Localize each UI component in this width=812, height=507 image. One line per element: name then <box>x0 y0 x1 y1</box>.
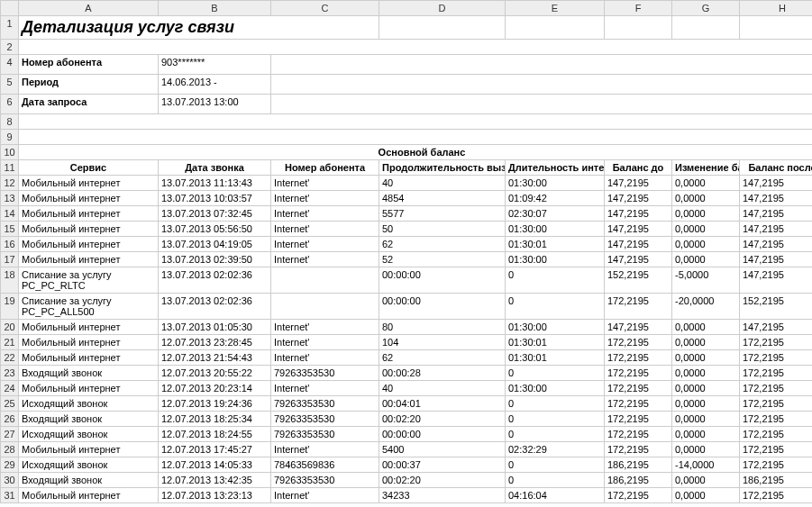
cell[interactable]: Списание за услугу PC_PC_ALL500 <box>19 294 159 320</box>
col-service[interactable]: Сервис <box>19 160 159 176</box>
row-header[interactable]: 21 <box>1 335 19 350</box>
cell[interactable]: 0,0000 <box>672 237 740 252</box>
cell[interactable]: 00:00:00 <box>379 267 506 294</box>
cell[interactable]: 172,2195 <box>740 335 813 350</box>
cell[interactable]: Internet' <box>271 335 379 350</box>
cell[interactable]: 12.07.2013 13:23:13 <box>159 488 271 503</box>
row-header[interactable]: 22 <box>1 350 19 366</box>
cell[interactable]: 172,2195 <box>605 488 672 503</box>
cell[interactable]: 0,0000 <box>672 252 740 267</box>
cell[interactable]: Мобильный интернет <box>19 350 159 366</box>
cell[interactable]: Мобильный интернет <box>19 335 159 350</box>
row-header[interactable]: 4 <box>1 55 19 75</box>
cell[interactable]: 04:16:04 <box>506 488 605 503</box>
cell[interactable] <box>271 294 379 320</box>
row-header[interactable]: 1 <box>1 16 19 40</box>
row-header[interactable]: 30 <box>1 473 19 488</box>
cell[interactable]: 0,0000 <box>672 381 740 396</box>
cell[interactable]: 0,0000 <box>672 442 740 457</box>
spreadsheet[interactable]: A B C D E F G H 1 Детализация услуг связ… <box>0 0 812 503</box>
row-header[interactable]: 12 <box>1 176 19 191</box>
cell[interactable]: 00:02:20 <box>379 473 506 488</box>
cell[interactable]: 0 <box>506 473 605 488</box>
col-header[interactable]: A <box>19 1 159 16</box>
row-header[interactable]: 24 <box>1 381 19 396</box>
cell[interactable]: 01:09:42 <box>506 191 605 206</box>
cell[interactable]: 0,0000 <box>672 191 740 206</box>
cell[interactable]: 0 <box>506 294 605 320</box>
cell[interactable]: Internet' <box>271 176 379 191</box>
row-header[interactable]: 29 <box>1 457 19 473</box>
cell[interactable]: 172,2195 <box>740 488 813 503</box>
row-header[interactable]: 14 <box>1 206 19 222</box>
col-header[interactable]: E <box>506 1 605 16</box>
cell[interactable]: 147,2195 <box>605 320 672 335</box>
cell[interactable]: 0,0000 <box>672 412 740 427</box>
cell[interactable]: 01:30:00 <box>506 320 605 335</box>
row-header[interactable]: 8 <box>1 114 19 130</box>
cell[interactable]: Входящий звонок <box>19 473 159 488</box>
cell[interactable]: 12.07.2013 18:25:34 <box>159 412 271 427</box>
cell[interactable]: 79263353530 <box>271 366 379 381</box>
cell[interactable]: 147,2195 <box>740 191 813 206</box>
cell[interactable]: 5577 <box>379 206 506 222</box>
cell[interactable]: 01:30:01 <box>506 237 605 252</box>
cell[interactable]: 172,2195 <box>605 427 672 442</box>
cell[interactable]: Мобильный интернет <box>19 442 159 457</box>
cell[interactable]: 5400 <box>379 442 506 457</box>
subscriber-label[interactable]: Номер абонента <box>19 55 159 75</box>
cell[interactable]: 13.07.2013 10:03:57 <box>159 191 271 206</box>
cell[interactable]: Internet' <box>271 442 379 457</box>
cell[interactable]: 0 <box>506 427 605 442</box>
cell[interactable]: 0 <box>506 267 605 294</box>
cell[interactable]: -20,0000 <box>672 294 740 320</box>
col-before[interactable]: Баланс до <box>605 160 672 176</box>
col-number[interactable]: Номер абонента <box>271 160 379 176</box>
cell[interactable]: Internet' <box>271 350 379 366</box>
cell[interactable]: 0 <box>506 412 605 427</box>
row-header[interactable]: 25 <box>1 396 19 412</box>
cell[interactable]: 147,2195 <box>605 222 672 237</box>
cell[interactable]: 0 <box>506 366 605 381</box>
cell[interactable] <box>271 267 379 294</box>
row-header[interactable]: 28 <box>1 442 19 457</box>
cell[interactable]: 01:30:00 <box>506 222 605 237</box>
cell[interactable]: 0,0000 <box>672 427 740 442</box>
col-duration[interactable]: Продолжительность вызова\Объем переданны… <box>379 160 506 176</box>
cell[interactable]: 4854 <box>379 191 506 206</box>
cell[interactable]: Списание за услугу PC_PC_RLTC <box>19 267 159 294</box>
cell[interactable]: 12.07.2013 17:45:27 <box>159 442 271 457</box>
cell[interactable]: 172,2195 <box>605 381 672 396</box>
row-header[interactable]: 2 <box>1 40 19 55</box>
cell[interactable]: 0,0000 <box>672 350 740 366</box>
cell[interactable]: 01:30:00 <box>506 176 605 191</box>
cell[interactable]: Исходящий звонок <box>19 396 159 412</box>
cell[interactable]: 0,0000 <box>672 206 740 222</box>
cell[interactable]: 172,2195 <box>605 294 672 320</box>
cell[interactable]: 40 <box>379 381 506 396</box>
col-date[interactable]: Дата звонка <box>159 160 271 176</box>
col-header[interactable]: B <box>159 1 271 16</box>
cell[interactable]: 79263353530 <box>271 473 379 488</box>
cell[interactable]: 152,2195 <box>605 267 672 294</box>
cell[interactable]: 79263353530 <box>271 396 379 412</box>
cell[interactable]: 147,2195 <box>740 237 813 252</box>
cell[interactable]: 172,2195 <box>605 335 672 350</box>
cell[interactable]: 0,0000 <box>672 335 740 350</box>
cell[interactable]: Internet' <box>271 488 379 503</box>
cell[interactable]: 52 <box>379 252 506 267</box>
cell[interactable]: 147,2195 <box>605 176 672 191</box>
cell[interactable]: 00:00:37 <box>379 457 506 473</box>
cell[interactable]: 172,2195 <box>605 412 672 427</box>
cell[interactable]: 172,2195 <box>605 396 672 412</box>
cell[interactable]: 12.07.2013 19:24:36 <box>159 396 271 412</box>
cell[interactable]: 147,2195 <box>740 206 813 222</box>
page-title[interactable]: Детализация услуг связи <box>19 16 379 40</box>
cell[interactable]: 12.07.2013 18:24:55 <box>159 427 271 442</box>
cell[interactable]: 00:00:00 <box>379 427 506 442</box>
cell[interactable]: 13.07.2013 02:02:36 <box>159 267 271 294</box>
cell[interactable]: 186,2195 <box>605 457 672 473</box>
cell[interactable]: Internet' <box>271 252 379 267</box>
cell[interactable]: Мобильный интернет <box>19 191 159 206</box>
row-header[interactable]: 17 <box>1 252 19 267</box>
